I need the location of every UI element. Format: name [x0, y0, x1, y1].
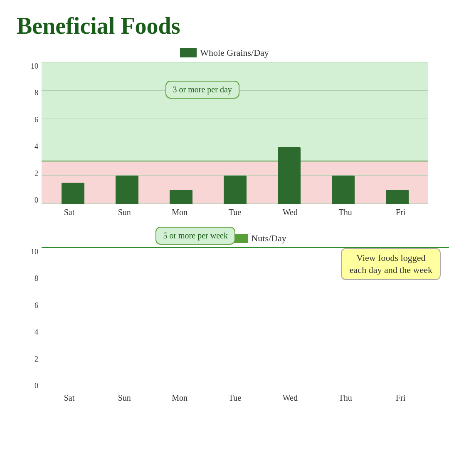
x2-label-sat: Sat — [42, 393, 97, 403]
bar-group-sat — [46, 62, 100, 204]
x-label-sat: Sat — [42, 208, 97, 217]
y2-label-2: 2 — [35, 355, 38, 363]
chart1-container: 10 8 6 4 2 0 — [21, 62, 428, 221]
bar-group-fri — [370, 62, 424, 204]
legend-label-whole-grains: Whole Grains/Day — [200, 47, 269, 58]
whole-grains-chart: Whole Grains/Day 10 8 6 4 2 0 — [17, 47, 432, 221]
y-label-8: 8 — [35, 89, 38, 97]
legend-box-whole-grains — [180, 48, 197, 57]
bar-thu — [332, 176, 355, 204]
bar-sun — [116, 176, 138, 204]
chart1-tooltip: 3 or more per day — [165, 81, 239, 99]
x2-label-wed: Wed — [262, 393, 318, 403]
chart2-threshold-text: 5 or more per week — [163, 231, 228, 240]
y-label-4: 4 — [35, 143, 38, 150]
x-label-wed: Wed — [262, 208, 318, 217]
x2-label-fri: Fri — [373, 393, 428, 403]
legend-item-nuts-day: Nuts/Day — [231, 233, 286, 244]
legend-label-nuts-day: Nuts/Day — [251, 233, 286, 244]
bar-mon — [170, 190, 192, 204]
legend-item-whole-grains: Whole Grains/Day — [180, 47, 269, 58]
chart1-tooltip-text: 3 or more per day — [173, 85, 232, 94]
y-label-0: 0 — [35, 196, 38, 204]
bar-group-thu — [316, 62, 370, 204]
x-label-fri: Fri — [373, 208, 428, 217]
y2-label-8: 8 — [35, 275, 38, 282]
y-label-10: 10 — [31, 62, 38, 70]
bar-sat — [62, 183, 84, 204]
nuts-chart: Nuts/Week Nuts/Day 10 8 6 4 2 0 — [17, 233, 432, 406]
svg-line-0 — [245, 288, 358, 318]
page-title: Beneficial Foods — [17, 12, 432, 39]
y-label-2: 2 — [35, 170, 38, 177]
y2-label-0: 0 — [35, 382, 38, 389]
x2-label-thu: Thu — [318, 393, 373, 403]
y-label-6: 6 — [35, 116, 38, 124]
svg-line-1 — [274, 288, 341, 351]
y2-label-6: 6 — [35, 302, 38, 309]
chart2-view-tooltip: View foods logged each day and the week — [341, 248, 441, 280]
chart2-container: 10 8 6 4 2 0 — [21, 248, 428, 406]
x2-label-mon: Mon — [152, 393, 207, 403]
x-label-sun: Sun — [97, 208, 152, 217]
chart1-legend: Whole Grains/Day — [17, 47, 432, 58]
y2-label-10: 10 — [31, 248, 38, 255]
bar-group-wed — [262, 62, 316, 204]
bar-group-sun — [100, 62, 154, 204]
chart1-x-axis: Sat Sun Mon Tue Wed Thu Fri — [42, 204, 428, 221]
x-label-thu: Thu — [318, 208, 373, 217]
x-label-tue: Tue — [207, 208, 263, 217]
chart1-area: 3 or more per day — [42, 62, 428, 204]
chart2-y-axis: 10 8 6 4 2 0 — [21, 248, 42, 389]
x-label-mon: Mon — [152, 208, 207, 217]
chart1-y-axis: 10 8 6 4 2 0 — [21, 62, 42, 204]
x2-label-tue: Tue — [207, 393, 263, 403]
chart2-view-tooltip-text: View foods logged each day and the week — [350, 253, 432, 275]
x2-label-sun: Sun — [97, 393, 152, 403]
bar-tue — [224, 176, 247, 204]
bar-wed — [278, 147, 301, 204]
chart2-threshold-tooltip: 5 or more per week — [155, 227, 235, 245]
y2-label-4: 4 — [35, 328, 38, 336]
chart2-x-axis: Sat Sun Mon Tue Wed Thu Fri — [42, 389, 428, 406]
bar-fri — [386, 190, 409, 204]
